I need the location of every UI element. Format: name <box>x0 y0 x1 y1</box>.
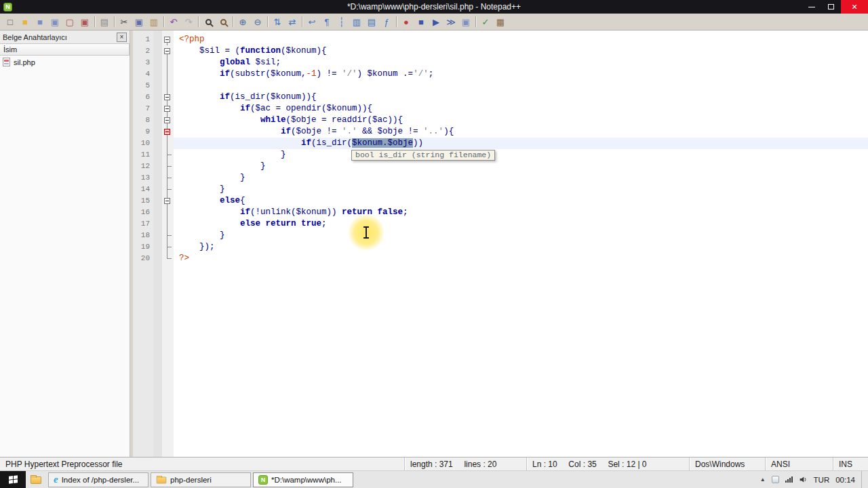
fold-toggle-icon[interactable] <box>162 103 174 115</box>
bookmark-cell[interactable] <box>153 218 162 230</box>
print-icon[interactable]: ▤ <box>98 15 111 28</box>
code-text[interactable]: if(!unlink($konum)) return false; <box>174 207 868 218</box>
line-number[interactable]: 19 <box>133 241 153 253</box>
show-hidden-icons-button[interactable]: ▲ <box>760 476 766 483</box>
code-text[interactable]: ?> <box>174 253 868 264</box>
fold-toggle-icon[interactable] <box>162 115 174 126</box>
code-line[interactable]: 4 if(substr($konum,-1) != '/') $konum .=… <box>133 68 868 80</box>
code-line[interactable]: 11 } <box>133 149 868 161</box>
undo-icon[interactable]: ↶ <box>167 15 180 28</box>
bookmark-cell[interactable] <box>153 57 162 68</box>
line-number[interactable]: 9 <box>133 126 153 138</box>
code-line[interactable]: 2 $sil = (function($konum){ <box>133 45 868 57</box>
bookmark-cell[interactable] <box>153 161 162 172</box>
show-all-characters-icon[interactable]: ¶ <box>320 15 334 28</box>
bookmark-cell[interactable] <box>153 138 162 149</box>
line-number[interactable]: 20 <box>133 253 153 264</box>
code-text[interactable]: } <box>174 172 868 184</box>
line-number[interactable]: 12 <box>133 161 153 172</box>
line-number[interactable]: 17 <box>133 218 153 230</box>
plugin-action-icon[interactable]: ▦ <box>494 15 507 28</box>
bookmark-cell[interactable] <box>153 126 162 138</box>
code-line[interactable]: 5 <box>133 80 868 92</box>
doc-list-item[interactable]: sil.php <box>0 56 130 68</box>
open-file-icon[interactable]: ■ <box>18 15 32 28</box>
bookmark-cell[interactable] <box>153 115 162 126</box>
sync-vertical-scroll-icon[interactable]: ⇅ <box>271 15 284 28</box>
find-icon[interactable] <box>201 15 215 28</box>
minimize-button[interactable] <box>802 0 821 14</box>
taskbar-button-notepadpp[interactable]: N *D:\wamp\www\ph... <box>253 472 353 487</box>
new-file-icon[interactable]: □ <box>3 15 17 28</box>
code-line[interactable]: 17 else return true; <box>133 218 868 230</box>
save-all-icon[interactable]: ▣ <box>48 15 62 28</box>
line-number[interactable]: 8 <box>133 115 153 126</box>
code-line[interactable]: 14 } <box>133 184 868 195</box>
bookmark-cell[interactable] <box>153 103 162 115</box>
zoom-in-icon[interactable]: ⊕ <box>236 15 250 28</box>
bookmark-cell[interactable] <box>153 253 162 264</box>
bookmark-cell[interactable] <box>153 68 162 80</box>
code-text[interactable]: } <box>174 149 868 161</box>
line-number[interactable]: 11 <box>133 149 153 161</box>
run-macro-multiple-times-icon[interactable]: ≫ <box>444 15 458 28</box>
bookmark-cell[interactable] <box>153 207 162 218</box>
code-text[interactable]: } <box>174 161 868 172</box>
code-text[interactable]: }); <box>174 241 868 253</box>
code-line[interactable]: 13 } <box>133 172 868 184</box>
fold-toggle-icon[interactable] <box>162 92 174 103</box>
show-desktop-button[interactable] <box>861 471 867 488</box>
document-map-icon[interactable]: ▥ <box>350 15 363 28</box>
fold-toggle-icon[interactable] <box>162 126 174 138</box>
code-text[interactable]: if(substr($konum,-1) != '/') $konum .='/… <box>174 68 868 80</box>
code-line[interactable]: 8 while($obje = readdir($ac)){ <box>133 115 868 126</box>
spell-check-icon[interactable]: ✓ <box>479 15 492 28</box>
start-button[interactable] <box>0 471 26 488</box>
fold-toggle-icon[interactable] <box>162 195 174 207</box>
line-number[interactable]: 18 <box>133 230 153 241</box>
taskbar-button-explorer[interactable]: php-dersleri <box>151 472 251 487</box>
line-number[interactable]: 13 <box>133 172 153 184</box>
code-text[interactable]: if($ac = opendir($konum)){ <box>174 103 868 115</box>
line-number[interactable]: 3 <box>133 57 153 68</box>
code-text[interactable]: else return true; <box>174 218 868 230</box>
playback-macro-icon[interactable]: ▶ <box>429 15 443 28</box>
bookmark-cell[interactable] <box>153 241 162 253</box>
line-number[interactable]: 7 <box>133 103 153 115</box>
taskbar-button-browser[interactable]: e Index of /php-dersler... <box>48 472 149 487</box>
code-line[interactable]: 12 } <box>133 161 868 172</box>
code-text[interactable]: $sil = (function($konum){ <box>174 45 868 57</box>
maximize-button[interactable] <box>821 0 841 14</box>
code-line[interactable]: 20?> <box>133 253 868 264</box>
bookmark-cell[interactable] <box>153 172 162 184</box>
bookmark-cell[interactable] <box>153 149 162 161</box>
line-number[interactable]: 1 <box>133 34 153 45</box>
code-text[interactable]: if($obje != '.' && $obje != '..'){ <box>174 126 868 138</box>
doc-panel-close-button[interactable]: × <box>117 33 127 42</box>
bookmark-cell[interactable] <box>153 92 162 103</box>
tray-app-icon[interactable] <box>772 476 779 483</box>
line-number[interactable]: 16 <box>133 207 153 218</box>
speaker-icon[interactable] <box>799 475 808 484</box>
code-line[interactable]: 7 if($ac = opendir($konum)){ <box>133 103 868 115</box>
code-line[interactable]: 19 }); <box>133 241 868 253</box>
code-text[interactable]: if(is_dir($konum.$obje)) <box>174 138 868 149</box>
title-bar[interactable]: N *D:\wamp\www\php-dersleri\sil.php - No… <box>0 0 868 14</box>
word-wrap-icon[interactable]: ↩ <box>305 15 319 28</box>
sync-horizontal-scroll-icon[interactable]: ⇄ <box>285 15 299 28</box>
stop-recording-icon[interactable]: ■ <box>414 15 428 28</box>
cut-icon[interactable]: ✂ <box>117 15 131 28</box>
line-number[interactable]: 15 <box>133 195 153 207</box>
save-icon[interactable]: ■ <box>33 15 47 28</box>
bookmark-cell[interactable] <box>153 34 162 45</box>
file-explorer-pinned-icon[interactable] <box>26 471 46 488</box>
code-line[interactable]: 9 if($obje != '.' && $obje != '..'){ <box>133 126 868 138</box>
code-text[interactable]: } <box>174 230 868 241</box>
line-number[interactable]: 14 <box>133 184 153 195</box>
language-indicator[interactable]: TUR <box>814 476 830 484</box>
line-number[interactable]: 2 <box>133 45 153 57</box>
code-line[interactable]: 10 if(is_dir($konum.$obje)) <box>133 138 868 149</box>
status-eol-format[interactable]: Dos\Windows <box>689 458 765 470</box>
fold-toggle-icon[interactable] <box>162 45 174 57</box>
bookmark-cell[interactable] <box>153 184 162 195</box>
